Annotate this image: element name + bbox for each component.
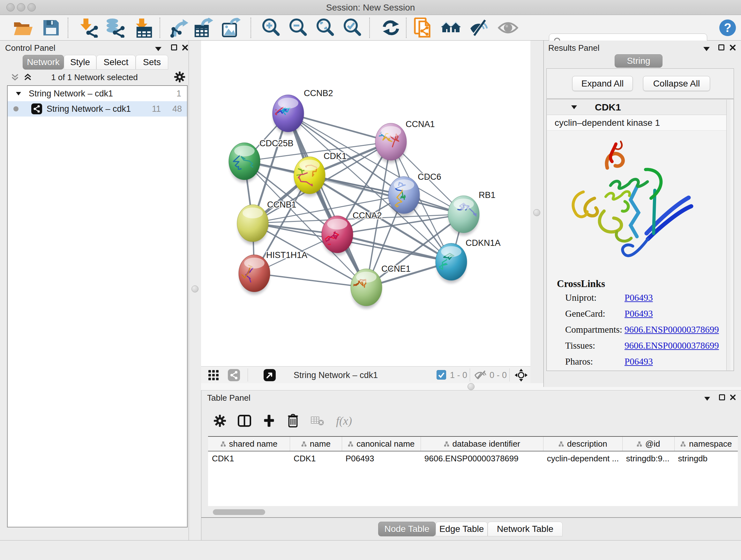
bottom-splitter-knob[interactable] (468, 383, 475, 390)
crosslink-row: Compartments:9606.ENSP00000378699 (565, 324, 715, 335)
save-session-icon[interactable] (42, 18, 60, 37)
toolbar-separator (159, 17, 160, 38)
crosslink-value-link[interactable]: 9606.ENSP00000378699 (624, 340, 719, 351)
crosslink-value-link[interactable]: P06493 (624, 356, 653, 367)
import-network-file-icon[interactable] (78, 18, 98, 37)
export-image-icon[interactable] (221, 18, 241, 37)
table-hscrollbar-thumb[interactable] (213, 509, 265, 515)
column-header-shared-name[interactable]: shared name (208, 437, 290, 451)
control-panel-float-icon[interactable] (171, 44, 177, 51)
table-cell[interactable]: cyclin-dependent ... (543, 451, 622, 466)
network-node-CDC25B[interactable]: CDC25B (229, 138, 293, 182)
network-node-CCNB2[interactable]: CCNB2 (271, 88, 333, 134)
import-table-file-icon[interactable] (134, 18, 153, 37)
left-splitter[interactable] (189, 41, 201, 540)
toolbar-separator (406, 17, 407, 38)
left-splitter-knob[interactable] (192, 286, 199, 293)
tab-edge-table[interactable]: Edge Table (435, 522, 488, 537)
column-header-canonical-name[interactable]: canonical name (342, 437, 421, 451)
hide-selected-icon[interactable] (469, 18, 489, 37)
table-cell[interactable]: 9606.ENSP00000378699 (421, 451, 543, 466)
results-panel-close-icon[interactable] (730, 44, 736, 51)
network-edge[interactable] (254, 273, 366, 287)
table-cell[interactable]: CDK1 (208, 451, 290, 466)
import-network-database-icon[interactable] (104, 18, 125, 37)
string-home-icon[interactable] (441, 18, 461, 37)
node-table[interactable]: shared namenamecanonical namedatabase id… (208, 436, 738, 506)
network-node-CDKN1A[interactable]: CDKN1A (435, 238, 501, 283)
table-gear-icon[interactable] (213, 415, 226, 427)
right-splitter[interactable] (530, 41, 543, 383)
network-share-view-icon[interactable] (228, 369, 240, 381)
table-panel-close-icon[interactable] (730, 394, 736, 400)
network-edge[interactable] (288, 113, 366, 287)
refresh-view-icon[interactable] (381, 18, 401, 37)
detach-view-icon[interactable] (264, 369, 276, 381)
zoom-fit-icon[interactable] (315, 18, 335, 37)
table-panel-float-icon[interactable] (719, 394, 725, 400)
network-row[interactable]: String Network – cdk1 11 48 (8, 101, 187, 117)
table-panel-menu-icon[interactable] (704, 397, 710, 401)
table-cell[interactable]: stringdb:9... (622, 451, 674, 466)
table-cell[interactable]: CDK1 (290, 451, 342, 466)
control-panel-close-icon[interactable] (182, 44, 188, 51)
table-cell[interactable]: stringdb (674, 451, 738, 466)
zoom-out-icon[interactable] (288, 18, 308, 37)
tab-node-table[interactable]: Node Table (378, 522, 435, 537)
crosslinks-list: Uniprot:P06493GeneCard:P06493Compartment… (565, 293, 715, 372)
network-node-CDC6[interactable]: CDC6 (388, 172, 441, 216)
crosslink-value-link[interactable]: P06493 (624, 308, 653, 319)
results-panel-menu-icon[interactable] (703, 47, 710, 51)
collapse-all-button[interactable]: Collapse All (643, 76, 710, 91)
tab-network[interactable]: Network (23, 55, 64, 70)
collection-label: String Network – cdk1 (29, 89, 113, 99)
open-session-icon[interactable] (13, 18, 33, 37)
crosslink-label: Tissues: (565, 340, 624, 351)
network-options-gear-icon[interactable] (174, 71, 185, 83)
tab-select[interactable]: Select (96, 55, 136, 70)
selected-checkbox-icon[interactable] (436, 370, 446, 380)
fit-content-crosshair-icon[interactable] (515, 368, 528, 382)
column-header-name[interactable]: name (290, 437, 342, 451)
results-panel-float-icon[interactable] (718, 44, 724, 51)
show-columns-icon[interactable] (238, 414, 251, 428)
network-canvas[interactable]: CCNB2CCNA1CDC25BCDK1CDC6RB1CCNB1CCNA2CDK… (201, 41, 530, 366)
network-node-CCNE1[interactable]: CCNE1 (350, 264, 410, 308)
grid-view-icon[interactable] (208, 370, 219, 381)
crosslink-value-link[interactable]: P06493 (624, 293, 653, 303)
column-header-namespace[interactable]: namespace (674, 437, 738, 451)
network-node-HIST1H1A[interactable]: HIST1H1A (234, 250, 307, 294)
column-header-description[interactable]: description (543, 437, 622, 451)
delete-column-icon[interactable] (287, 414, 299, 428)
column-header-database-identifier[interactable]: database identifier (421, 437, 543, 451)
table-row[interactable]: CDK1CDK1P064939606.ENSP00000378699cyclin… (208, 451, 738, 466)
gene-collapse-icon[interactable] (571, 105, 577, 109)
zoom-selected-icon[interactable] (342, 18, 362, 37)
column-header--id[interactable]: @id (622, 437, 674, 451)
node-label-CCNB1: CCNB1 (267, 200, 296, 209)
string-document-icon[interactable] (414, 18, 432, 37)
export-network-icon[interactable] (169, 18, 188, 37)
table-cell[interactable]: P06493 (342, 451, 421, 466)
crosslink-value-link[interactable]: 9606.ENSP00000378699 (624, 324, 719, 335)
tab-string[interactable]: String (615, 54, 663, 68)
tab-sets[interactable]: Sets (136, 55, 168, 70)
gene-header-row[interactable]: CDK1 (547, 100, 730, 115)
help-icon[interactable]: ? (719, 18, 737, 37)
tab-style[interactable]: Style (64, 55, 96, 70)
network-node-CDK1[interactable]: CDK1 (291, 151, 347, 196)
export-table-icon[interactable] (193, 18, 214, 37)
right-splitter-knob[interactable] (533, 209, 540, 216)
expand-all-button[interactable]: Expand All (572, 76, 633, 91)
network-collection-row[interactable]: String Network – cdk1 1 (8, 86, 187, 101)
zoom-in-icon[interactable] (261, 18, 281, 37)
control-panel-menu-icon[interactable] (155, 47, 161, 51)
separator (470, 368, 470, 381)
network-graph[interactable]: CCNB2CCNA1CDC25BCDK1CDC6RB1CCNB1CCNA2CDK… (201, 41, 530, 366)
add-column-icon[interactable] (263, 414, 275, 428)
show-all-icon[interactable] (498, 18, 518, 37)
tab-network-table[interactable]: Network Table (488, 522, 562, 537)
results-scrollbar[interactable] (726, 100, 731, 370)
collection-expand-icon[interactable] (16, 92, 21, 96)
network-node-RB1[interactable]: RB1 (448, 190, 495, 235)
